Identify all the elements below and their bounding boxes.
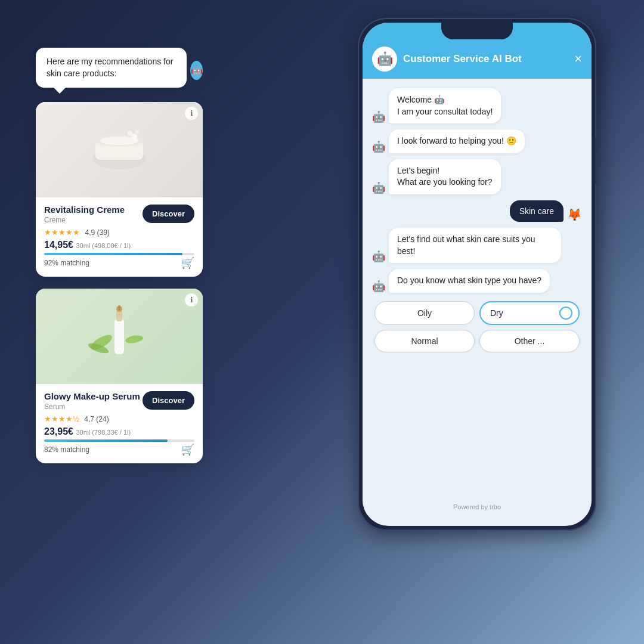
- svg-point-5: [128, 131, 132, 135]
- speech-bubble-wrapper: Here are my recommendations for skin car…: [36, 48, 203, 92]
- svg-rect-10: [114, 318, 124, 354]
- product-bottom-1: 92% matching 🛒: [44, 256, 194, 270]
- bubble-bot-2-text: I look forward to helping you! 🙂: [397, 136, 516, 145]
- star-icons-1: ★★★★★: [44, 228, 80, 237]
- matching-bar-fill-1: [44, 253, 182, 255]
- phone-notch: [441, 23, 513, 39]
- discover-button-2[interactable]: Discover: [143, 391, 194, 410]
- matching-bar-bg-2: [44, 439, 194, 442]
- bubble-bot-5: Do you know what skin type you have?: [389, 269, 550, 293]
- product-img-wrapper-2: ℹ: [36, 289, 203, 384]
- bubble-user: Skin care: [510, 200, 564, 222]
- svg-rect-13: [118, 305, 120, 310]
- bubble-bot-2: I look forward to helping you! 🙂: [389, 129, 525, 153]
- star-icons-2: ★★★★½: [44, 414, 79, 423]
- bubble-bot-3: Let's begin! What are you looking for?: [389, 159, 501, 194]
- svg-point-9: [125, 335, 144, 345]
- matching-text-2: 82% matching: [44, 445, 89, 454]
- rating-text-1: 4,9 (39): [85, 228, 109, 237]
- product-body-2: Glowy Make-up Serum Serum ★★★★½ 4,7 (24)…: [36, 384, 203, 463]
- message-row-2: 🤖 I look forward to helping you! 🙂: [372, 129, 582, 153]
- product-price-small-1: 30ml (498,00€ / 1l): [76, 242, 131, 249]
- message-row-5: 🤖 Do you know what skin type you have?: [372, 269, 582, 293]
- product-type-1: Creme: [44, 216, 131, 224]
- discover-button-1[interactable]: Discover: [143, 205, 194, 223]
- product-body-1: Revitalising Creme Creme ★★★★★ 4,9 (39) …: [36, 197, 203, 277]
- bubble-user-text: Skin care: [519, 206, 554, 216]
- bubble-bot-3-text: Let's begin! What are you looking for?: [397, 166, 493, 187]
- bubble-bot-4-text: Let's find out what skin care suits you …: [397, 234, 535, 256]
- skin-option-dry[interactable]: Dry: [479, 301, 580, 325]
- bubble-bot-5-text: Do you know what skin type you have?: [397, 275, 541, 285]
- skin-option-other[interactable]: Other ...: [479, 330, 580, 352]
- product-header-row-1: Revitalising Creme Creme ★★★★★ 4,9 (39) …: [44, 205, 194, 250]
- product-info-1: Revitalising Creme Creme ★★★★★ 4,9 (39) …: [44, 205, 131, 250]
- product-price-2: 23,95€ 30ml (798,33€ / 1l): [44, 426, 140, 437]
- bot-avatar: 🤖: [372, 47, 397, 72]
- dry-selected-indicator: [559, 308, 570, 318]
- product-card-2: ℹ Glowy Make-up Serum Serum ★★★★½ 4,7 (2…: [36, 289, 203, 463]
- product-panel: Here are my recommendations for skin car…: [36, 48, 203, 475]
- skin-option-oily[interactable]: Oily: [374, 301, 475, 325]
- rating-text-2: 4,7 (24): [84, 415, 109, 423]
- bot-avatar-small-5: 🤖: [372, 280, 385, 293]
- speech-bubble: Here are my recommendations for skin car…: [36, 48, 187, 88]
- chat-title: Customer Service AI Bot: [403, 53, 522, 65]
- cart-icon-1[interactable]: 🛒: [181, 256, 194, 270]
- message-row-1: 🤖 Welcome 🤖 I am your consultat today!: [372, 88, 582, 123]
- product-type-2: Serum: [44, 402, 140, 411]
- product-card-1: ℹ Revitalising Creme Creme ★★★★★ 4,9 (39…: [36, 102, 203, 277]
- product-name-1: Revitalising Creme: [44, 205, 131, 215]
- message-row-user: 🦊 Skin care: [372, 200, 582, 222]
- product-info-2: Glowy Make-up Serum Serum ★★★★½ 4,7 (24)…: [44, 391, 140, 437]
- product-name-2: Glowy Make-up Serum: [44, 391, 140, 401]
- mini-bot-avatar: 🤖: [190, 61, 203, 80]
- matching-bar-fill-2: [44, 439, 168, 442]
- close-button[interactable]: ×: [574, 51, 582, 67]
- product-stars-2: ★★★★½ 4,7 (24): [44, 413, 140, 424]
- bubble-bot-4: Let's find out what skin care suits you …: [389, 228, 561, 263]
- bot-avatar-small-2: 🤖: [372, 140, 385, 153]
- product-price-1: 14,95€ 30ml (498,00€ / 1l): [44, 240, 131, 250]
- message-row-3: 🤖 Let's begin! What are you looking for?: [372, 159, 582, 194]
- product-price-small-2: 30ml (798,33€ / 1l): [76, 429, 131, 436]
- chat-footer: Powered by trbo: [363, 499, 592, 515]
- product-image-2: [36, 289, 203, 384]
- speech-bubble-text: Here are my recommendations for skin car…: [47, 57, 173, 78]
- bubble-bot-1-text: Welcome 🤖 I am your consultat today!: [397, 95, 493, 116]
- product-img-wrapper-1: ℹ: [36, 102, 203, 197]
- svg-point-4: [131, 134, 137, 140]
- bubble-bot-1: Welcome 🤖 I am your consultat today!: [389, 88, 501, 123]
- chat-body: 🤖 Welcome 🤖 I am your consultat today! 🤖…: [363, 79, 592, 499]
- bot-avatar-small-1: 🤖: [372, 110, 385, 123]
- product-header-row-2: Glowy Make-up Serum Serum ★★★★½ 4,7 (24)…: [44, 391, 194, 437]
- footer-text: Powered by trbo: [453, 503, 501, 510]
- product-stars-1: ★★★★★ 4,9 (39): [44, 227, 131, 237]
- matching-text-1: 92% matching: [44, 259, 89, 267]
- phone: 🤖 Customer Service AI Bot × 🤖 Welcome 🤖 …: [358, 18, 596, 531]
- matching-bar-bg-1: [44, 253, 194, 255]
- svg-point-6: [135, 130, 139, 134]
- chat-header-left: 🤖 Customer Service AI Bot: [372, 47, 522, 72]
- phone-side-button: [595, 137, 596, 185]
- phone-screen: 🤖 Customer Service AI Bot × 🤖 Welcome 🤖 …: [363, 23, 592, 526]
- cart-icon-2[interactable]: 🛒: [181, 443, 194, 456]
- phone-wrapper: 🤖 Customer Service AI Bot × 🤖 Welcome 🤖 …: [358, 18, 608, 578]
- bot-avatar-small-3: 🤖: [372, 181, 385, 194]
- product-image-1: [36, 102, 203, 197]
- message-row-4: 🤖 Let's find out what skin care suits yo…: [372, 228, 582, 263]
- user-avatar: 🦊: [567, 208, 582, 222]
- product-bottom-2: 82% matching 🛒: [44, 443, 194, 456]
- skin-option-normal[interactable]: Normal: [374, 330, 475, 352]
- skin-type-options: Oily Dry Normal Other ...: [372, 301, 582, 352]
- bot-avatar-small-4: 🤖: [372, 250, 385, 263]
